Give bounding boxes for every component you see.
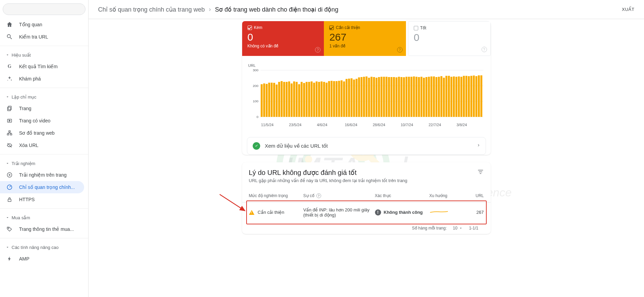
svg-rect-46 xyxy=(311,81,313,117)
page-range: 1-1/1 xyxy=(469,226,478,231)
col-url[interactable]: URL xyxy=(467,193,484,198)
video-icon xyxy=(6,117,13,124)
pages-icon xyxy=(6,105,13,112)
svg-rect-58 xyxy=(341,80,343,117)
svg-rect-67 xyxy=(363,77,365,117)
svg-rect-80 xyxy=(395,77,397,117)
svg-rect-95 xyxy=(433,76,435,117)
group-enhancements[interactable]: Các tính năng nâng cao xyxy=(0,242,88,253)
nav-discover[interactable]: Khám phá xyxy=(0,73,84,85)
help-icon[interactable]: ? xyxy=(482,47,487,52)
svg-rect-111 xyxy=(473,75,475,117)
nav-core-web-vitals[interactable]: Chỉ số quan trọng chính... xyxy=(0,181,84,193)
svg-rect-40 xyxy=(296,82,298,117)
table-row[interactable]: Cần cải thiện Vấn đề INP: lâu hơn 200 mi… xyxy=(242,203,491,222)
svg-rect-54 xyxy=(330,81,332,117)
svg-rect-59 xyxy=(343,81,345,117)
nav-url-inspection[interactable]: Kiểm tra URL xyxy=(0,31,84,43)
svg-rect-42 xyxy=(300,82,302,117)
svg-rect-83 xyxy=(403,77,405,117)
svg-rect-92 xyxy=(425,77,427,117)
svg-rect-79 xyxy=(393,77,395,117)
nav-video-pages[interactable]: Trang có video xyxy=(0,115,84,127)
reasons-card: Lý do URL không được đánh giá tốt URL gặ… xyxy=(242,162,491,234)
svg-rect-57 xyxy=(338,81,340,117)
svg-rect-87 xyxy=(413,76,415,117)
svg-rect-113 xyxy=(478,75,480,117)
nav-https[interactable]: HTTPS xyxy=(0,193,84,206)
svg-rect-1 xyxy=(7,107,11,111)
nav-sitemaps[interactable]: Sơ đồ trang web xyxy=(0,127,84,139)
status-improve[interactable]: Cần cải thiện 267 1 vấn đề ? xyxy=(324,21,406,56)
svg-rect-96 xyxy=(435,77,437,117)
svg-rect-100 xyxy=(445,76,447,117)
breadcrumb-parent[interactable]: Chỉ số quan trọng chính của trang web xyxy=(98,6,205,13)
chevron-down-icon xyxy=(459,226,463,230)
warning-triangle-icon xyxy=(249,210,254,215)
svg-rect-27 xyxy=(263,84,265,117)
main-area: Chỉ số quan trọng chính của trang web › … xyxy=(89,0,644,297)
svg-rect-103 xyxy=(453,76,455,117)
group-performance[interactable]: Hiệu suất xyxy=(0,49,88,60)
home-icon xyxy=(6,21,13,28)
svg-rect-55 xyxy=(333,81,335,117)
google-icon: G xyxy=(6,63,13,70)
nav-pages[interactable]: Trang xyxy=(0,102,84,115)
svg-rect-53 xyxy=(328,81,330,117)
svg-rect-88 xyxy=(415,77,417,117)
filter-icon[interactable] xyxy=(477,168,484,176)
nav-overview[interactable]: Tổng quan xyxy=(0,18,84,31)
status-good[interactable]: Tốt 0 ? xyxy=(408,21,491,56)
chart-area: URL 0100200300 11/5/2423/5/244/6/2416/6/… xyxy=(242,56,491,130)
svg-rect-49 xyxy=(318,82,320,117)
nav-amp[interactable]: AMP xyxy=(0,253,84,265)
group-shopping[interactable]: Mua sắm xyxy=(0,212,88,223)
svg-rect-93 xyxy=(428,77,430,117)
svg-text:200: 200 xyxy=(253,84,258,88)
download-icon xyxy=(614,6,620,13)
eye-off-icon xyxy=(6,142,13,149)
svg-rect-75 xyxy=(383,77,385,117)
svg-rect-66 xyxy=(360,77,362,117)
svg-rect-105 xyxy=(458,76,460,117)
svg-rect-112 xyxy=(475,76,477,117)
help-icon[interactable]: ? xyxy=(315,47,320,53)
nav-page-experience[interactable]: Trải nghiệm trên trang xyxy=(0,169,84,181)
svg-rect-109 xyxy=(468,76,470,117)
svg-rect-102 xyxy=(450,77,452,117)
nav-merchant-listing[interactable]: Trang thông tin thẻ mua... xyxy=(0,223,84,235)
svg-rect-76 xyxy=(385,77,387,117)
svg-rect-65 xyxy=(358,77,360,117)
checkbox-poor-icon xyxy=(248,26,252,30)
nav-search-results[interactable]: GKết quả Tìm kiếm xyxy=(0,60,84,73)
status-chart-card: Kém 0 Không có vấn đề ? Cần cải thiện 26… xyxy=(242,21,491,155)
col-validation[interactable]: Xác thực xyxy=(375,193,429,198)
svg-rect-114 xyxy=(480,75,482,117)
checkbox-improve-icon xyxy=(329,26,334,30)
sparkle-icon xyxy=(6,75,13,82)
svg-rect-48 xyxy=(315,81,317,117)
col-issue[interactable]: Sự cố? xyxy=(303,193,375,198)
svg-rect-71 xyxy=(373,77,375,117)
col-trend[interactable]: Xu hướng xyxy=(429,193,467,198)
col-severity[interactable]: Mức độ nghiêm trọng xyxy=(249,193,303,198)
nav-label: Tổng quan xyxy=(19,22,42,27)
svg-rect-37 xyxy=(288,81,290,117)
svg-rect-78 xyxy=(390,77,392,117)
svg-rect-62 xyxy=(350,78,352,117)
export-button[interactable]: XUẤT xyxy=(614,6,634,13)
svg-rect-84 xyxy=(405,77,407,117)
help-icon[interactable]: ? xyxy=(316,193,321,198)
status-poor[interactable]: Kém 0 Không có vấn đề ? xyxy=(242,21,324,56)
group-experience[interactable]: Trải nghiệm xyxy=(0,158,88,169)
view-good-urls-link[interactable]: Xem dữ liệu về các URL tốt xyxy=(247,137,486,155)
property-selector[interactable] xyxy=(3,3,85,15)
nav-removals[interactable]: Xóa URL xyxy=(0,139,84,151)
svg-rect-26 xyxy=(261,84,263,117)
group-indexing[interactable]: Lập chỉ mục xyxy=(0,91,88,102)
svg-rect-82 xyxy=(400,77,402,117)
rows-per-page[interactable]: 10 xyxy=(453,226,463,231)
svg-rect-73 xyxy=(378,77,380,117)
help-icon[interactable]: ? xyxy=(397,47,403,53)
svg-rect-63 xyxy=(353,79,355,117)
